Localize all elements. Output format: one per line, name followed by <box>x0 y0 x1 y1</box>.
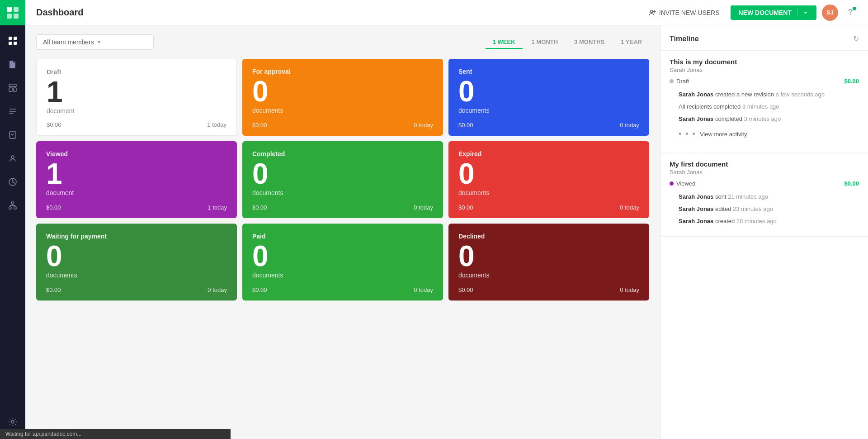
sidebar-item-catalog[interactable] <box>0 124 25 146</box>
header-actions: INVITE NEW USERS NEW DOCUMENT SJ ? <box>643 5 857 21</box>
svg-rect-7 <box>14 42 17 45</box>
svg-rect-6 <box>9 42 12 45</box>
card-label: documents <box>252 107 433 114</box>
svg-rect-19 <box>14 207 16 209</box>
filters-row: All team members ▾ 1 WEEK 1 MONTH 3 MONT… <box>36 34 649 50</box>
doc-owner: Sarah Jonas <box>670 169 859 176</box>
card-title: For approval <box>252 68 433 75</box>
card-count: 0 <box>458 77 639 106</box>
sidebar-item-contacts[interactable] <box>0 148 25 169</box>
timeline-header: Timeline ↻ <box>660 25 868 51</box>
timeline-doc-2: My first document Sarah Jonas Viewed $0.… <box>660 153 868 237</box>
timeline-doc-1: This is my document Sarah Jonas Draft $0… <box>660 51 868 153</box>
doc-name[interactable]: This is my document <box>670 58 859 66</box>
timeline-event: Sarah Jonas edited 23 minutes ago <box>670 203 859 215</box>
card-label: documents <box>252 189 433 196</box>
card-title: Paid <box>252 233 433 240</box>
stats-grid: Draft 1 document $0.00 1 today For appro… <box>36 59 649 301</box>
card-footer: $0.00 0 today <box>252 122 433 129</box>
svg-rect-1 <box>14 7 19 12</box>
timeline-event: Sarah Jonas completed 3 minutes ago <box>670 113 859 125</box>
status-indicator: Draft <box>670 78 689 85</box>
refresh-icon[interactable]: ↻ <box>853 34 859 43</box>
card-label: documents <box>252 272 433 279</box>
timeline-body: This is my document Sarah Jonas Draft $0… <box>660 51 868 439</box>
card-for-approval[interactable]: For approval 0 documents $0.00 0 today <box>242 59 443 136</box>
chevron-down-icon: ▾ <box>98 39 100 45</box>
timeline-event: Sarah Jonas created 28 minutes ago <box>670 215 859 227</box>
card-label: documents <box>458 189 639 196</box>
svg-rect-12 <box>14 88 16 91</box>
view-more-button[interactable]: • • • View more activity <box>670 125 859 143</box>
time-filter-1week[interactable]: 1 WEEK <box>486 36 523 49</box>
card-label: documents <box>458 272 639 279</box>
doc-price: $0.00 <box>844 180 859 187</box>
avatar[interactable]: SJ <box>822 5 838 21</box>
sidebar-item-dashboard[interactable] <box>0 30 25 52</box>
help-badge <box>853 7 856 10</box>
card-draft[interactable]: Draft 1 document $0.00 1 today <box>36 59 237 136</box>
card-footer: $0.00 1 today <box>47 121 226 128</box>
svg-rect-10 <box>9 84 16 86</box>
svg-point-21 <box>11 420 14 423</box>
timeline-event: All recipients completed 3 minutes ago <box>670 100 859 113</box>
page-title: Dashboard <box>36 7 643 18</box>
timeline-panel: Timeline ↻ This is my document Sarah Jon… <box>660 25 868 439</box>
card-completed[interactable]: Completed 0 documents $0.00 0 today <box>242 141 443 218</box>
card-viewed[interactable]: Viewed 1 document $0.00 1 today <box>36 141 237 218</box>
status-bar: Waiting for api.pandadoc.com... <box>0 429 231 439</box>
card-footer: $0.00 0 today <box>252 204 433 211</box>
card-count: 0 <box>458 159 639 188</box>
card-waiting-payment[interactable]: Waiting for payment 0 documents $0.00 0 … <box>36 224 237 301</box>
card-title: Expired <box>458 150 639 157</box>
time-filter-1year[interactable]: 1 YEAR <box>613 36 649 49</box>
doc-name[interactable]: My first document <box>670 160 859 168</box>
card-declined[interactable]: Declined 0 documents $0.00 0 today <box>448 224 649 301</box>
svg-rect-20 <box>12 202 14 204</box>
card-title: Declined <box>458 233 639 240</box>
card-label: document <box>46 189 227 196</box>
card-paid[interactable]: Paid 0 documents $0.00 0 today <box>242 224 443 301</box>
card-title: Waiting for payment <box>46 233 227 240</box>
sidebar-item-reports[interactable] <box>0 171 25 193</box>
card-expired[interactable]: Expired 0 documents $0.00 0 today <box>448 141 649 218</box>
svg-rect-2 <box>7 14 12 19</box>
time-filter-3months[interactable]: 3 MONTHS <box>567 36 612 49</box>
status-dot-draft <box>670 79 674 83</box>
card-title: Draft <box>47 68 226 76</box>
sidebar <box>0 0 25 439</box>
card-title: Completed <box>252 150 433 157</box>
app-logo[interactable] <box>0 0 25 25</box>
dashboard-area: All team members ▾ 1 WEEK 1 MONTH 3 MONT… <box>25 25 660 439</box>
dots-icon: • • • <box>679 129 696 139</box>
sidebar-item-content[interactable] <box>0 100 25 122</box>
card-footer: $0.00 0 today <box>458 122 639 129</box>
doc-price: $0.00 <box>844 78 859 85</box>
svg-rect-3 <box>14 14 19 19</box>
card-count: 1 <box>46 159 227 188</box>
timeline-event: Sarah Jonas created a new revision a few… <box>670 88 859 100</box>
svg-rect-18 <box>9 207 11 209</box>
new-document-button[interactable]: NEW DOCUMENT <box>731 5 816 20</box>
sidebar-item-integrations[interactable] <box>0 195 25 216</box>
card-sent[interactable]: Sent 0 documents $0.00 0 today <box>448 59 649 136</box>
main-content: Dashboard INVITE NEW USERS NEW DOCUMENT … <box>25 0 868 439</box>
svg-rect-0 <box>7 7 12 12</box>
svg-rect-5 <box>14 37 17 40</box>
card-footer: $0.00 0 today <box>458 286 639 293</box>
invite-icon <box>648 9 656 17</box>
card-count: 0 <box>46 242 227 271</box>
time-filter-1month[interactable]: 1 MONTH <box>524 36 566 49</box>
doc-owner: Sarah Jonas <box>670 67 859 73</box>
card-count: 0 <box>252 77 433 106</box>
sidebar-item-documents[interactable] <box>0 53 25 75</box>
card-label: documents <box>458 107 639 114</box>
svg-point-22 <box>650 10 652 12</box>
time-filters: 1 WEEK 1 MONTH 3 MONTHS 1 YEAR <box>486 36 649 49</box>
status-dot-viewed <box>670 181 674 186</box>
status-indicator: Viewed <box>670 180 695 187</box>
invite-users-button[interactable]: INVITE NEW USERS <box>643 5 725 20</box>
sidebar-item-templates[interactable] <box>0 77 25 99</box>
team-select[interactable]: All team members ▾ <box>36 34 154 50</box>
help-icon[interactable]: ? <box>844 6 857 19</box>
